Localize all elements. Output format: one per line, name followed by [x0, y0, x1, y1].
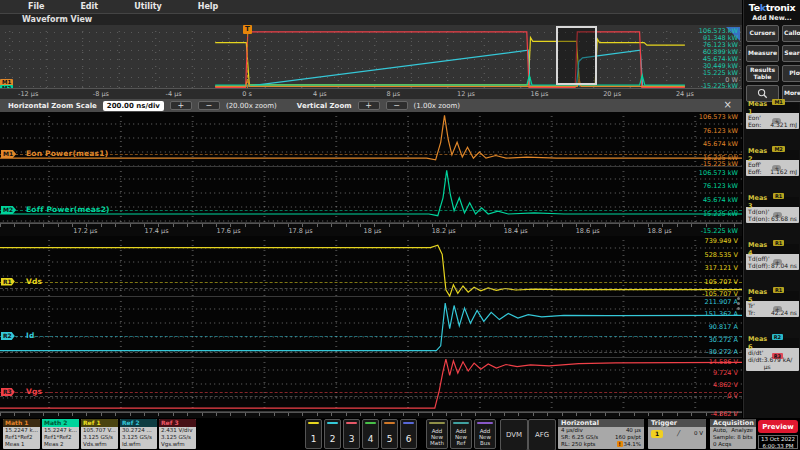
axis-tick-label: 16 µs: [530, 90, 548, 98]
id-baseline-dash: [0, 336, 742, 337]
meas-source-badge: R1: [773, 193, 784, 199]
meas-source-badge: M2: [772, 146, 784, 152]
datetime-display: 13 Oct 2022 6:00:33 PM: [758, 435, 798, 449]
tick-label: 151.362 A: [705, 311, 738, 318]
cursors-button[interactable]: Cursors: [746, 25, 779, 42]
meas-value: 42.24 ns: [771, 309, 797, 316]
eoff-trace-label[interactable]: Eoff Power(meas2): [26, 205, 110, 214]
math1-badge[interactable]: Math 1 15.2247 k... Ref1*Ref2 Meas 1: [3, 419, 40, 449]
axis-tick-label: -4 µs: [166, 90, 182, 98]
menu-file[interactable]: File: [28, 2, 44, 11]
trigger-position-marker[interactable]: T: [243, 25, 252, 34]
v-zoom-minus-button[interactable]: −: [386, 101, 408, 110]
panel-eon-power[interactable]: M1 Eon Power(meas1) 106.573 kW 76.123 kW…: [0, 112, 742, 167]
h-zoom-minus-button[interactable]: −: [198, 101, 220, 110]
channel-6-button[interactable]: 6: [400, 419, 417, 449]
meas-source-badge: R1: [773, 287, 784, 293]
badge-title: Math 2: [42, 419, 79, 427]
badge-line: 15.2247 k...: [3, 427, 40, 434]
panel-id[interactable]: R2 Id 211.907 A 151.362 A 90.817 A 30.27…: [0, 297, 742, 358]
vgs-trace-label[interactable]: Vgs: [26, 387, 42, 396]
badge-line: 105.707 V...: [81, 427, 118, 434]
trigger-panel[interactable]: Trigger 1╱0 V: [648, 419, 706, 449]
channel-5-button[interactable]: 5: [381, 419, 398, 449]
callout-button[interactable]: Callout: [782, 25, 800, 42]
record-overview-plot[interactable]: M1 M2 T 106.573 kW 91.348 kW 76.123 kW 6…: [0, 25, 742, 88]
axis-tick-label: 12 µs: [457, 90, 475, 98]
ref3-badge[interactable]: Ref 3 2.431 V/div 3.125 GS/s Vgs.wfm: [159, 419, 196, 449]
axis-tick-label: 18.8 µs: [648, 227, 672, 235]
add-new-math-button[interactable]: Add New Math: [426, 419, 448, 449]
panel-vgs[interactable]: R3 Vgs 14.586 V 9.724 V 4.862 V 0 V: [0, 358, 742, 412]
view-tab-bar: Waveform View: [0, 13, 742, 25]
meas-6-card[interactable]: Meas 6R2 R3 di/dt' di/dt:3.679 kA/µs: [746, 338, 799, 371]
axis-tick-label: 17.2 µs: [73, 227, 97, 235]
tick-label: 0 V: [727, 393, 738, 400]
meas-value: 4.321 mJ: [770, 121, 797, 128]
channel-1-button[interactable]: 1: [305, 419, 322, 449]
meas-5-card[interactable]: Meas 5R1 + Tr' Tr:42.24 ns: [746, 291, 799, 317]
results-table-button[interactable]: Results Table: [746, 65, 779, 82]
axis-tick-label: 18.4 µs: [504, 227, 528, 235]
meas-3-card[interactable]: Meas 3R1 + Td(on)' Td(on):63.68 ns: [746, 197, 799, 223]
tick-label: -105.707 V: [702, 290, 738, 297]
vds-trace-label[interactable]: Vds: [26, 277, 42, 286]
close-zoom-icon[interactable]: ×: [724, 99, 732, 110]
eon-trace-label[interactable]: Eon Power(meas1): [26, 149, 108, 158]
ref2-badge[interactable]: Ref 2 30.2724 ... 3.125 GS/s Id.wfm: [120, 419, 157, 449]
axis-tick-label: 0 s: [242, 90, 252, 98]
trigger-position-line: [247, 34, 248, 88]
axis-tick-label: 4 µs: [313, 90, 327, 98]
math2-badge[interactable]: Math 2 15.2247 k... Ref1*Ref2 Meas 2: [42, 419, 79, 449]
meas-2-card[interactable]: Meas 2M2 + Eoff' Eoff:1.162 mJ: [746, 150, 799, 176]
meas-label: Eon:: [748, 121, 761, 128]
badge-title: Math 1: [3, 419, 40, 427]
eon-baseline-dash: [0, 154, 742, 155]
meas-label: Tr:: [748, 309, 755, 316]
panel-vds[interactable]: R1 Vds 739.949 V 528.535 V 317.121 V 105…: [0, 236, 742, 297]
tick-label: 9.724 V: [713, 370, 738, 377]
menu-utility[interactable]: Utility: [134, 2, 162, 11]
badge-line: 15.2247 k...: [42, 427, 79, 434]
id-zero-dash: [0, 352, 742, 353]
dvm-button[interactable]: DVM: [500, 419, 528, 450]
meas-source-badge: R1: [773, 240, 784, 246]
channel-4-button[interactable]: 4: [362, 419, 379, 449]
badge-line: 3.125 GS/s: [81, 434, 118, 441]
preview-button[interactable]: Preview: [758, 420, 798, 433]
v-zoom-plus-button[interactable]: +: [358, 101, 380, 110]
search-button[interactable]: Search: [782, 45, 800, 62]
afg-button[interactable]: AFG: [528, 419, 556, 450]
tab-waveform-view[interactable]: Waveform View: [22, 15, 92, 24]
channel-2-button[interactable]: 2: [324, 419, 341, 449]
meas-4-card[interactable]: Meas 4R1 + Td(off)' Td(off):87.04 ns: [746, 244, 799, 270]
menu-bar: File Edit Utility Help: [0, 0, 742, 13]
eon-trace: [0, 112, 742, 167]
acquisition-panel[interactable]: Acquisition Auto,Analyze Sample: 8 bits …: [710, 419, 756, 449]
h-zoom-scale-input[interactable]: 200.00 ns/div: [103, 101, 164, 111]
badge-line: Meas 2: [42, 441, 79, 448]
zoom-selection-box[interactable]: [556, 26, 598, 85]
panel-eoff-power[interactable]: M2 Eoff Power(meas2) 106.573 kW 76.123 k…: [0, 167, 742, 223]
h-zoom-plus-button[interactable]: +: [170, 101, 192, 110]
sidebar-resize-grip[interactable]: [736, 295, 741, 311]
vgs-baseline-dash: [0, 392, 742, 393]
measure-button[interactable]: Measure: [746, 45, 779, 62]
menu-edit[interactable]: Edit: [80, 2, 98, 11]
menu-help[interactable]: Help: [198, 2, 219, 11]
badge-line: 3.125 GS/s: [159, 434, 196, 441]
channel-3-button[interactable]: 3: [343, 419, 360, 449]
ref1-badge[interactable]: Ref 1 105.707 V... 3.125 GS/s Vds.wfm: [81, 419, 118, 449]
right-sidebar: Tektronix Add New... Cursors Callout Mea…: [743, 0, 800, 418]
add-new-bus-button[interactable]: Add New Bus: [474, 419, 496, 449]
horizontal-panel[interactable]: Horizontal 4 µs/div40 µs SR: 6.25 GS/s16…: [558, 419, 644, 449]
id-trace-label[interactable]: Id: [26, 331, 35, 340]
tick-label: 76.123 kW: [703, 183, 738, 190]
vgs-zero-dash: [0, 396, 742, 397]
badge-line: 3.125 GS/s: [120, 434, 157, 441]
badge-line: 30.2724 ...: [120, 427, 157, 434]
overview-traces: [0, 25, 742, 88]
meas-1-card[interactable]: Meas 1M1 + Eon' Eon:4.321 mJ: [746, 103, 799, 129]
plot-button[interactable]: Plot: [782, 65, 800, 82]
add-new-ref-button[interactable]: Add New Ref: [450, 419, 472, 449]
